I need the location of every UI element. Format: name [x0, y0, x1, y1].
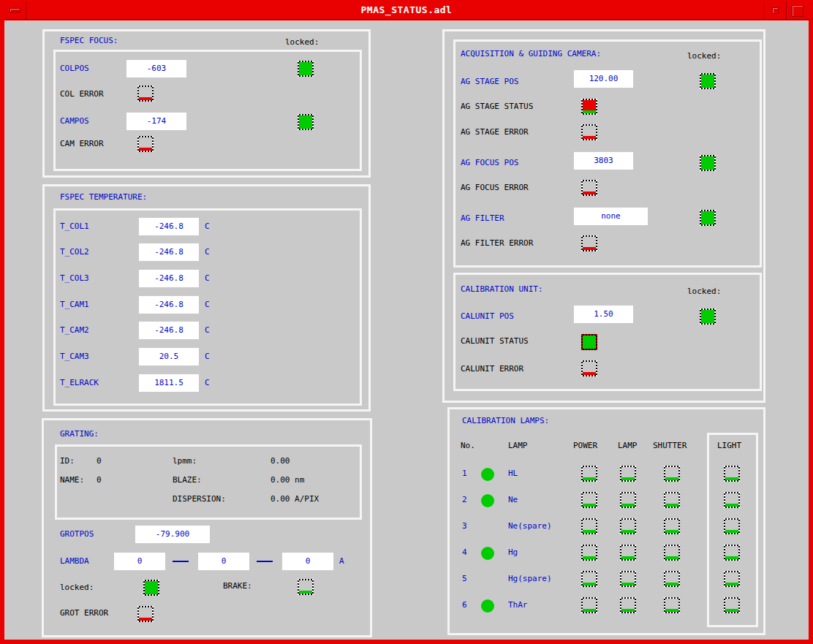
lamp-row-name: ThAr — [508, 601, 528, 610]
ag-stage-error-indicator — [581, 124, 597, 140]
lamp-row-name: Ne — [508, 496, 518, 504]
lamp-6-light-indicator — [724, 597, 740, 613]
colpos-locked-indicator — [298, 61, 314, 77]
lambda-field-2[interactable]: 0 — [198, 553, 249, 570]
ag-filter-field[interactable]: none — [574, 208, 648, 225]
grating-name-label: NAME: — [60, 476, 84, 485]
minimize-icon — [772, 7, 779, 14]
lambda-dash — [257, 561, 273, 562]
grating-panel: GRATING: ID: 0 lpmm: 0.00 NAME: 0 BLAZE:… — [42, 418, 372, 637]
brake-label: BRAKE: — [223, 582, 252, 591]
grating-locked-indicator — [143, 580, 159, 596]
temp-row-field[interactable]: -246.8 — [139, 322, 199, 339]
temp-row-field[interactable]: -246.8 — [139, 296, 199, 314]
ag-focus-pos-label: AG FOCUS POS — [461, 159, 518, 167]
colpos-label: COLPOS — [60, 64, 89, 73]
lambda-field-3[interactable]: 0 — [282, 553, 333, 570]
lamp-row-name: Hg(spare) — [508, 575, 552, 583]
lambda-unit: A — [339, 557, 344, 566]
campos-locked-indicator — [298, 114, 314, 130]
lamps-header-lamp: LAMP — [508, 442, 528, 450]
lamp-row-no: 5 — [462, 575, 467, 583]
temp-row-unit: C — [205, 379, 210, 387]
lamp-3-lamp-indicator — [620, 518, 636, 534]
window-menu-icon — [10, 8, 20, 12]
ag-stage-pos-field[interactable]: 120.00 — [574, 70, 633, 88]
ag-filter-error-label: AG FILTER ERROR — [461, 239, 533, 248]
calunit-error-label: CALUNIT ERROR — [461, 365, 523, 374]
ag-focus-error-label: AG FOCUS ERROR — [461, 183, 529, 192]
cam-error-label: CAM ERROR — [60, 140, 104, 148]
temp-row-unit: C — [205, 274, 210, 283]
lamp-4-light-indicator — [724, 545, 740, 561]
ag-stage-status-indicator — [581, 99, 597, 115]
lamp-3-power-indicator — [581, 518, 597, 534]
lamp-2-shutter-indicator — [664, 492, 680, 508]
ag-stage-pos-label: AG STAGE POS — [461, 77, 518, 86]
lamp-1-power-indicator — [581, 466, 597, 482]
ag-focus-locked-indicator — [700, 155, 716, 171]
temp-row-unit: C — [205, 248, 210, 257]
grot-error-label: GROT ERROR — [60, 609, 108, 618]
calunit-pos-field[interactable]: 1.50 — [574, 306, 633, 323]
temp-row-label: T_COL1 — [60, 222, 89, 231]
ag-focus-pos-field[interactable]: 3803 — [574, 152, 633, 170]
lamp-2-light-indicator — [724, 492, 740, 508]
lamp-on-dot-4 — [481, 547, 494, 560]
calibration-unit-title: CALIBRATION UNIT: — [461, 285, 543, 294]
calunit-status-indicator — [581, 334, 597, 350]
ag-camera-locked-label: locked: — [687, 52, 721, 61]
window-title: PMAS_STATUS.adl — [0, 4, 813, 15]
cam-error-indicator — [137, 136, 154, 152]
temp-row-unit: C — [205, 352, 210, 361]
lamp-on-dot-6 — [481, 599, 494, 613]
grating-info-panel: ID: 0 lpmm: 0.00 NAME: 0 BLAZE: 0.00 nm … — [55, 444, 362, 520]
lamp-5-power-indicator — [581, 571, 597, 587]
maximize-icon — [792, 5, 803, 17]
lamp-6-power-indicator — [581, 597, 597, 613]
lambda-dash — [173, 561, 189, 562]
grating-dispersion-value: 0.00 A/PIX — [271, 495, 319, 504]
calunit-status-label: CALUNIT STATUS — [461, 337, 529, 346]
lamp-1-lamp-indicator — [620, 466, 636, 482]
minimize-button[interactable] — [764, 3, 786, 18]
temp-row-unit: C — [205, 300, 210, 309]
temp-row-field[interactable]: -246.8 — [139, 218, 199, 235]
colpos-field[interactable]: -603 — [126, 60, 186, 77]
col-error-label: COL ERROR — [60, 90, 104, 99]
window-menu-button[interactable] — [4, 3, 25, 18]
grating-lpmm-label: lpmm: — [173, 457, 197, 466]
grotpos-field[interactable]: -79.900 — [135, 526, 210, 543]
campos-label: CAMPOS — [60, 117, 89, 126]
grating-blaze-value: 0.00 nm — [271, 476, 304, 485]
temp-row-field[interactable]: -246.8 — [139, 270, 199, 287]
lamp-5-lamp-indicator — [620, 571, 636, 587]
grating-locked-label: locked: — [60, 583, 94, 592]
lamp-2-lamp-indicator — [620, 492, 636, 508]
lamp-3-shutter-indicator — [664, 518, 680, 534]
temp-row-label: T_CAM1 — [60, 300, 89, 309]
lamp-4-lamp-indicator — [620, 545, 636, 561]
lamps-header-lamp2: LAMP — [618, 442, 638, 450]
grating-dispersion-label: DISPERSION: — [173, 495, 226, 504]
lambda-field-1[interactable]: 0 — [114, 553, 165, 570]
lamp-row-no: 6 — [462, 601, 467, 610]
lamp-1-light-indicator — [724, 466, 740, 482]
lamp-row-no: 4 — [462, 548, 467, 557]
titlebar-bottom-line — [0, 19, 813, 20]
temp-row-field[interactable]: 1811.5 — [139, 374, 199, 392]
temp-row-field[interactable]: -246.8 — [139, 243, 199, 261]
grating-blaze-label: BLAZE: — [173, 476, 202, 485]
fspec-temperature-title: FSPEC TEMPERATURE: — [60, 193, 147, 202]
fspec-focus-inner-panel: COLPOS -603 COL ERROR CAMPOS -174 CAM ER… — [53, 50, 362, 171]
campos-field[interactable]: -174 — [126, 113, 186, 130]
fspec-temperature-panel: FSPEC TEMPERATURE: T_COL1 -246.8 C T_COL… — [42, 184, 371, 412]
temp-row-field[interactable]: 20.5 — [139, 348, 199, 365]
temp-row-label: T_COL3 — [60, 274, 89, 283]
lamp-3-light-indicator — [724, 518, 740, 534]
temp-row-label: T_ELRACK — [60, 379, 99, 387]
lamp-row-name: Hg — [508, 548, 518, 557]
ag-stage-locked-indicator — [700, 73, 716, 89]
titlebar-divider — [26, 1, 26, 20]
maximize-button[interactable] — [787, 3, 809, 18]
